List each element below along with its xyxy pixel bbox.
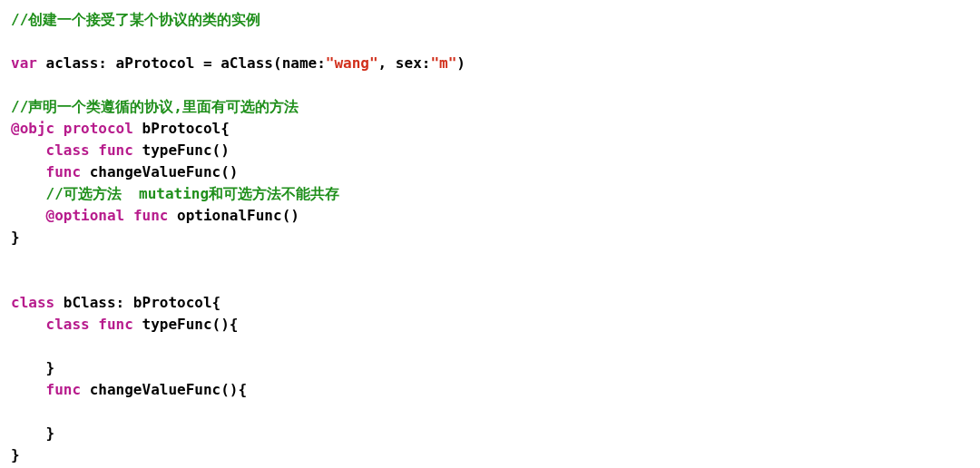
comment-line: //可选方法 mutating和可选方法不能共存: [46, 185, 340, 202]
keyword-func: func: [133, 207, 169, 224]
comment-line: //声明一个类遵循的协议,里面有可选的方法: [11, 98, 299, 115]
comment-line: //创建一个接受了某个协议的类的实例: [11, 11, 260, 28]
keyword-func: func: [46, 163, 82, 180]
code-text: optionalFunc(): [168, 207, 299, 224]
indent: [11, 141, 46, 159]
code-text: }: [11, 446, 20, 463]
indent: [11, 207, 46, 224]
code-text: typeFunc(): [133, 141, 230, 159]
code-block: //创建一个接受了某个协议的类的实例 var aclass: aProtocol…: [11, 9, 969, 466]
blank-line: [11, 403, 81, 420]
keyword-class: class: [46, 316, 90, 333]
keyword-class: class: [11, 294, 54, 311]
keyword-func: func: [46, 381, 82, 398]
code-text: , sex:: [378, 54, 431, 72]
keyword-class: class: [46, 141, 90, 159]
indent: [11, 163, 46, 180]
keyword-protocol: protocol: [64, 120, 133, 137]
indent: [11, 316, 46, 333]
code-text: [90, 141, 99, 159]
code-text: aclass: aProtocol = aClass(name:: [37, 54, 326, 72]
code-text: [124, 207, 133, 224]
code-text: [90, 316, 99, 333]
code-text: [54, 120, 64, 137]
code-text: changeValueFunc(){: [81, 381, 247, 398]
code-text: }: [11, 359, 54, 376]
string-literal: "wang": [326, 54, 378, 72]
keyword-var: var: [11, 54, 37, 72]
string-literal: "m": [430, 54, 456, 72]
code-text: }: [11, 229, 20, 246]
code-text: ): [456, 54, 466, 72]
keyword-optional: @optional: [46, 207, 125, 224]
code-text: bClass: bProtocol{: [54, 294, 220, 311]
indent: [11, 185, 46, 202]
keyword-func: func: [98, 316, 133, 333]
blank-line: [11, 337, 81, 355]
code-text: bProtocol{: [133, 120, 230, 137]
code-text: typeFunc(){: [133, 316, 239, 333]
indent: [11, 381, 46, 398]
keyword-func: func: [98, 141, 133, 159]
code-text: changeValueFunc(): [81, 163, 238, 180]
code-text: }: [11, 424, 54, 442]
keyword-objc: @objc: [11, 120, 54, 137]
